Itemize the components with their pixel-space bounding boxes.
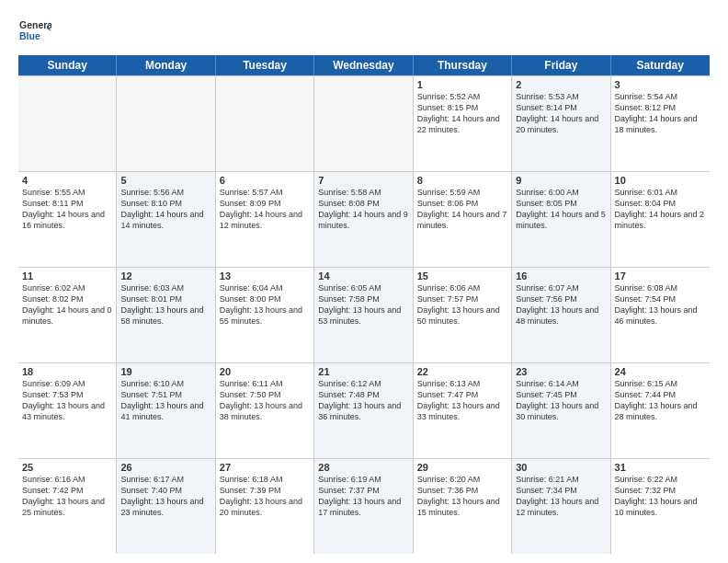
calendar-cell: 15Sunrise: 6:06 AM Sunset: 7:57 PM Dayli… [414, 268, 512, 362]
calendar-cell [18, 76, 117, 171]
cell-details: Sunrise: 6:12 AM Sunset: 7:48 PM Dayligh… [318, 378, 408, 423]
calendar-cell [117, 76, 215, 171]
day-number: 22 [417, 366, 507, 377]
calendar-cell: 27Sunrise: 6:18 AM Sunset: 7:39 PM Dayli… [216, 459, 314, 554]
day-number: 16 [516, 270, 606, 282]
calendar-cell [216, 76, 314, 171]
cell-details: Sunrise: 6:18 AM Sunset: 7:39 PM Dayligh… [220, 474, 310, 519]
calendar-cell: 2Sunrise: 5:53 AM Sunset: 8:14 PM Daylig… [512, 76, 610, 171]
weekday-header-friday: Friday [512, 55, 610, 75]
weekday-header-monday: Monday [117, 55, 215, 75]
calendar-cell: 8Sunrise: 5:59 AM Sunset: 8:06 PM Daylig… [414, 172, 512, 267]
calendar-cell: 17Sunrise: 6:08 AM Sunset: 7:54 PM Dayli… [611, 268, 710, 362]
day-number: 20 [220, 366, 310, 377]
calendar-cell: 1Sunrise: 5:52 AM Sunset: 8:15 PM Daylig… [414, 76, 512, 171]
cell-details: Sunrise: 5:58 AM Sunset: 8:08 PM Dayligh… [318, 187, 408, 232]
calendar-cell: 12Sunrise: 6:03 AM Sunset: 8:01 PM Dayli… [117, 268, 215, 362]
cell-details: Sunrise: 6:13 AM Sunset: 7:47 PM Dayligh… [417, 378, 507, 423]
day-number: 31 [615, 462, 706, 473]
cell-details: Sunrise: 6:03 AM Sunset: 8:01 PM Dayligh… [120, 282, 210, 327]
logo-graphic: General Blue [18, 15, 51, 48]
cell-details: Sunrise: 6:20 AM Sunset: 7:36 PM Dayligh… [417, 474, 507, 519]
cell-details: Sunrise: 6:00 AM Sunset: 8:05 PM Dayligh… [516, 187, 606, 232]
day-number: 7 [318, 175, 408, 186]
calendar-cell: 22Sunrise: 6:13 AM Sunset: 7:47 PM Dayli… [414, 363, 512, 458]
calendar-cell: 6Sunrise: 5:57 AM Sunset: 8:09 PM Daylig… [216, 172, 314, 267]
day-number: 1 [417, 79, 507, 90]
day-number: 15 [417, 270, 507, 282]
cell-details: Sunrise: 5:54 AM Sunset: 8:12 PM Dayligh… [615, 91, 706, 136]
header: General Blue [18, 15, 710, 48]
weekday-header-wednesday: Wednesday [314, 55, 413, 75]
day-number: 13 [220, 270, 310, 282]
calendar-cell: 9Sunrise: 6:00 AM Sunset: 8:05 PM Daylig… [512, 172, 610, 267]
day-number: 30 [516, 462, 606, 473]
calendar-cell: 26Sunrise: 6:17 AM Sunset: 7:40 PM Dayli… [117, 459, 215, 554]
cell-details: Sunrise: 6:16 AM Sunset: 7:42 PM Dayligh… [22, 474, 112, 519]
calendar-cell: 16Sunrise: 6:07 AM Sunset: 7:56 PM Dayli… [512, 268, 610, 362]
calendar-row-3: 18Sunrise: 6:09 AM Sunset: 7:53 PM Dayli… [18, 363, 710, 459]
cell-details: Sunrise: 5:52 AM Sunset: 8:15 PM Dayligh… [417, 91, 507, 136]
calendar-row-0: 1Sunrise: 5:52 AM Sunset: 8:15 PM Daylig… [18, 76, 710, 172]
calendar-cell: 18Sunrise: 6:09 AM Sunset: 7:53 PM Dayli… [18, 363, 117, 458]
calendar-cell: 31Sunrise: 6:22 AM Sunset: 7:32 PM Dayli… [611, 459, 710, 554]
cell-details: Sunrise: 6:10 AM Sunset: 7:51 PM Dayligh… [120, 378, 210, 423]
calendar-cell: 4Sunrise: 5:55 AM Sunset: 8:11 PM Daylig… [18, 172, 117, 267]
page: General Blue SundayMondayTuesdayWednesda… [0, 0, 728, 563]
day-number: 25 [22, 462, 112, 473]
calendar-cell: 30Sunrise: 6:21 AM Sunset: 7:34 PM Dayli… [512, 459, 610, 554]
day-number: 19 [120, 366, 210, 377]
weekday-header-saturday: Saturday [611, 55, 710, 75]
svg-text:Blue: Blue [19, 30, 40, 41]
calendar-cell: 11Sunrise: 6:02 AM Sunset: 8:02 PM Dayli… [18, 268, 117, 362]
day-number: 5 [120, 175, 210, 186]
svg-text:General: General [19, 19, 51, 30]
calendar-cell: 23Sunrise: 6:14 AM Sunset: 7:45 PM Dayli… [512, 363, 610, 458]
calendar-row-1: 4Sunrise: 5:55 AM Sunset: 8:11 PM Daylig… [18, 172, 710, 268]
calendar-header: SundayMondayTuesdayWednesdayThursdayFrid… [18, 55, 710, 75]
cell-details: Sunrise: 6:17 AM Sunset: 7:40 PM Dayligh… [120, 474, 210, 519]
day-number: 10 [615, 175, 706, 186]
calendar-cell: 13Sunrise: 6:04 AM Sunset: 8:00 PM Dayli… [216, 268, 314, 362]
day-number: 29 [417, 462, 507, 473]
calendar-cell: 14Sunrise: 6:05 AM Sunset: 7:58 PM Dayli… [314, 268, 413, 362]
cell-details: Sunrise: 6:01 AM Sunset: 8:04 PM Dayligh… [615, 187, 706, 232]
cell-details: Sunrise: 6:21 AM Sunset: 7:34 PM Dayligh… [516, 474, 606, 519]
day-number: 8 [417, 175, 507, 186]
cell-details: Sunrise: 5:56 AM Sunset: 8:10 PM Dayligh… [120, 187, 210, 232]
calendar-cell: 10Sunrise: 6:01 AM Sunset: 8:04 PM Dayli… [611, 172, 710, 267]
calendar-cell: 29Sunrise: 6:20 AM Sunset: 7:36 PM Dayli… [414, 459, 512, 554]
day-number: 24 [615, 366, 706, 377]
calendar-cell: 28Sunrise: 6:19 AM Sunset: 7:37 PM Dayli… [314, 459, 413, 554]
calendar-cell: 21Sunrise: 6:12 AM Sunset: 7:48 PM Dayli… [314, 363, 413, 458]
logo: General Blue [18, 15, 51, 48]
cell-details: Sunrise: 6:11 AM Sunset: 7:50 PM Dayligh… [220, 378, 310, 423]
cell-details: Sunrise: 6:05 AM Sunset: 7:58 PM Dayligh… [318, 282, 408, 327]
cell-details: Sunrise: 6:08 AM Sunset: 7:54 PM Dayligh… [615, 282, 706, 327]
calendar-body: 1Sunrise: 5:52 AM Sunset: 8:15 PM Daylig… [18, 75, 710, 554]
calendar-cell: 7Sunrise: 5:58 AM Sunset: 8:08 PM Daylig… [314, 172, 413, 267]
cell-details: Sunrise: 6:07 AM Sunset: 7:56 PM Dayligh… [516, 282, 606, 327]
cell-details: Sunrise: 6:06 AM Sunset: 7:57 PM Dayligh… [417, 282, 507, 327]
day-number: 11 [22, 270, 112, 282]
calendar: SundayMondayTuesdayWednesdayThursdayFrid… [18, 55, 710, 554]
day-number: 6 [220, 175, 310, 186]
cell-details: Sunrise: 6:09 AM Sunset: 7:53 PM Dayligh… [22, 378, 112, 423]
weekday-header-tuesday: Tuesday [216, 55, 314, 75]
day-number: 9 [516, 175, 606, 186]
day-number: 21 [318, 366, 408, 377]
day-number: 18 [22, 366, 112, 377]
calendar-cell: 25Sunrise: 6:16 AM Sunset: 7:42 PM Dayli… [18, 459, 117, 554]
day-number: 26 [120, 462, 210, 473]
weekday-header-sunday: Sunday [18, 55, 117, 75]
calendar-cell: 24Sunrise: 6:15 AM Sunset: 7:44 PM Dayli… [611, 363, 710, 458]
cell-details: Sunrise: 5:57 AM Sunset: 8:09 PM Dayligh… [220, 187, 310, 232]
calendar-cell [314, 76, 413, 171]
day-number: 12 [120, 270, 210, 282]
cell-details: Sunrise: 6:15 AM Sunset: 7:44 PM Dayligh… [615, 378, 706, 423]
day-number: 17 [615, 270, 706, 282]
calendar-cell: 20Sunrise: 6:11 AM Sunset: 7:50 PM Dayli… [216, 363, 314, 458]
cell-details: Sunrise: 6:02 AM Sunset: 8:02 PM Dayligh… [22, 282, 112, 327]
cell-details: Sunrise: 6:22 AM Sunset: 7:32 PM Dayligh… [615, 474, 706, 519]
calendar-row-2: 11Sunrise: 6:02 AM Sunset: 8:02 PM Dayli… [18, 268, 710, 363]
